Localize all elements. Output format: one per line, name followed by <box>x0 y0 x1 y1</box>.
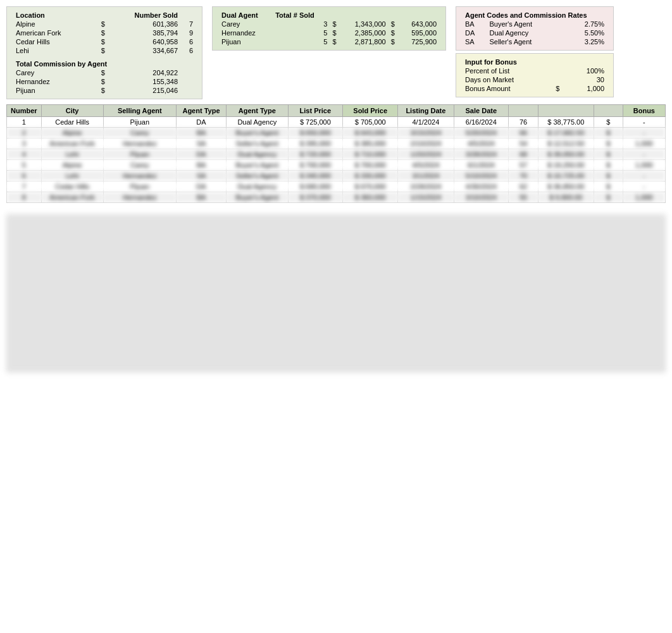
agent-name: Carey <box>13 68 99 77</box>
currency-symbol: $ <box>389 28 400 37</box>
bonus-value: 100% <box>568 66 607 75</box>
right-panels: Agent Codes and Commission Rates BA Buye… <box>456 6 614 97</box>
agent-code-label: Seller's Agent <box>487 37 566 46</box>
main-table-container: Number City Selling Agent Agent Type Age… <box>6 104 666 203</box>
location-col-header: Location <box>13 11 99 20</box>
main-data-table: Number City Selling Agent Agent Type Age… <box>6 104 666 203</box>
row-agent-type2: Dual Agency <box>227 117 289 128</box>
agent-name: Pijuan <box>219 37 273 46</box>
blurred-row: 4LehiPijuanDADual Agency $ 720,000$ 710,… <box>7 149 666 160</box>
bonus-label: Bonus Amount <box>463 84 553 93</box>
currency-symbol: $ <box>553 84 568 93</box>
row-list-price: $ 725,000 <box>288 117 343 128</box>
total-sold-col-header: Total # Sold <box>273 11 330 20</box>
agent-rate: 5.50% <box>566 28 607 37</box>
location-sold: 6 <box>180 37 196 46</box>
agent-code-label: Dual Agency <box>487 28 566 37</box>
currency-symbol: $ <box>330 37 341 46</box>
table-row: American Fork $ 385,794 9 <box>13 28 196 37</box>
th-blank1 <box>509 105 538 117</box>
table-row: Lehi $ 334,667 6 <box>13 46 196 55</box>
th-listing-date: Listing Date <box>398 105 454 117</box>
th-number: Number <box>7 105 42 117</box>
currency-symbol: $ <box>99 46 118 55</box>
row-commission: $ 38,775.00 <box>538 117 594 128</box>
currency-symbol: $ <box>330 28 341 37</box>
agent-avg: 725,900 <box>400 37 439 46</box>
location-amount: 640,958 <box>117 37 180 46</box>
table-row: Pijuan 5 $ 2,871,800 $ 725,900 <box>219 37 439 46</box>
commission-amount: 204,922 <box>117 68 180 77</box>
agent-total: 1,343,000 <box>342 20 389 28</box>
currency-symbol: $ <box>99 86 118 95</box>
location-panel: Location Number Sold Alpine $ 601,386 7 … <box>6 6 202 99</box>
blurred-row: 5AlpineCareyBABuyer's Agent $ 700,000$ 7… <box>7 160 666 171</box>
agent-name: Hernandez <box>13 77 99 86</box>
th-sold-price: Sold Price <box>343 105 398 117</box>
agent-rate: 3.25% <box>566 37 607 46</box>
agent-sold-count: 5 <box>273 28 330 37</box>
th-agent-type1: Agent Type <box>177 105 227 117</box>
row-city: Cedar Hills <box>41 117 103 128</box>
location-amount: 334,667 <box>117 46 180 55</box>
bonus-label: Percent of List <box>463 66 553 75</box>
dual-agent-panel: Dual Agent Total # Sold Carey 3 $ 1,343,… <box>212 6 446 51</box>
agent-code: BA <box>463 20 487 28</box>
th-list-price: List Price <box>288 105 343 117</box>
input-bonus-title: Input for Bonus <box>463 58 607 66</box>
table-row: Alpine $ 601,386 7 <box>13 20 196 28</box>
table-row: Percent of List 100% <box>463 66 607 75</box>
agent-avg: 595,000 <box>400 28 439 37</box>
row-bonus-currency: $ <box>594 117 623 128</box>
row-sale-date: 6/16/2024 <box>454 117 509 128</box>
row-number: 1 <box>7 117 42 128</box>
location-sold: 9 <box>180 28 196 37</box>
table-row: BA Buyer's Agent 2.75% <box>463 20 607 28</box>
agent-avg: 643,000 <box>400 20 439 28</box>
currency-symbol: $ <box>99 77 118 86</box>
commission-row: Carey $ 204,922 <box>13 68 196 77</box>
agent-code-label: Buyer's Agent <box>487 20 566 28</box>
currency-symbol: $ <box>330 20 341 28</box>
blurred-row: 6LehiHernandezSASeller's Agent $ 340,000… <box>7 171 666 181</box>
row-selling-agent: Pijuan <box>103 117 176 128</box>
agent-sold-count: 3 <box>273 20 330 28</box>
agent-name: Carey <box>219 20 273 28</box>
location-sold: 6 <box>180 46 196 55</box>
th-selling-agent: Selling Agent <box>103 105 176 117</box>
th-agent-type2: Agent Type <box>227 105 289 117</box>
blurred-row: 8American ForkHernandezBABuyer's Agent $… <box>7 192 666 203</box>
row-bonus: - <box>623 117 665 128</box>
table-row: SA Seller's Agent 3.25% <box>463 37 607 46</box>
blurred-row: 2AlpineCareyBABuyer's Agent $ 650,000$ 6… <box>7 128 666 138</box>
commission-amount: 155,348 <box>117 77 180 86</box>
th-bonus: Bonus <box>623 105 665 117</box>
agent-codes-panel: Agent Codes and Commission Rates BA Buye… <box>456 6 614 51</box>
agent-rate: 2.75% <box>566 20 607 28</box>
currency-symbol: $ <box>389 20 400 28</box>
th-sale-date: Sale Date <box>454 105 509 117</box>
table-row: 1 Cedar Hills Pijuan DA Dual Agency $ 72… <box>7 117 666 128</box>
row-agent-type1: DA <box>177 117 227 128</box>
bonus-value: 1,000 <box>568 84 607 93</box>
agent-name: Hernandez <box>219 28 273 37</box>
location-name: Alpine <box>13 20 99 28</box>
agent-codes-title: Agent Codes and Commission Rates <box>463 11 607 20</box>
dual-agent-col-header: Dual Agent <box>219 11 273 20</box>
row-listing-date: 4/1/2024 <box>398 117 454 128</box>
bonus-label: Days on Market <box>463 75 553 84</box>
commission-row: Pijuan $ 215,046 <box>13 86 196 95</box>
location-name: Lehi <box>13 46 99 55</box>
blurred-row: 7Cedar HillsPijuanDADual Agency $ 680,00… <box>7 181 666 192</box>
blurred-row: 3American ForkHernandezSASeller's Agent … <box>7 138 666 149</box>
th-blank2 <box>538 105 594 117</box>
table-row: Carey 3 $ 1,343,000 $ 643,000 <box>219 20 439 28</box>
commission-row: Hernandez $ 155,348 <box>13 77 196 86</box>
location-name: American Fork <box>13 28 99 37</box>
table-row: Bonus Amount $ 1,000 <box>463 84 607 93</box>
location-sold: 7 <box>180 20 196 28</box>
agent-total: 2,385,000 <box>342 28 389 37</box>
agent-total: 2,871,800 <box>342 37 389 46</box>
input-bonus-panel: Input for Bonus Percent of List 100% Day… <box>456 53 614 97</box>
location-amount: 601,386 <box>117 20 180 28</box>
